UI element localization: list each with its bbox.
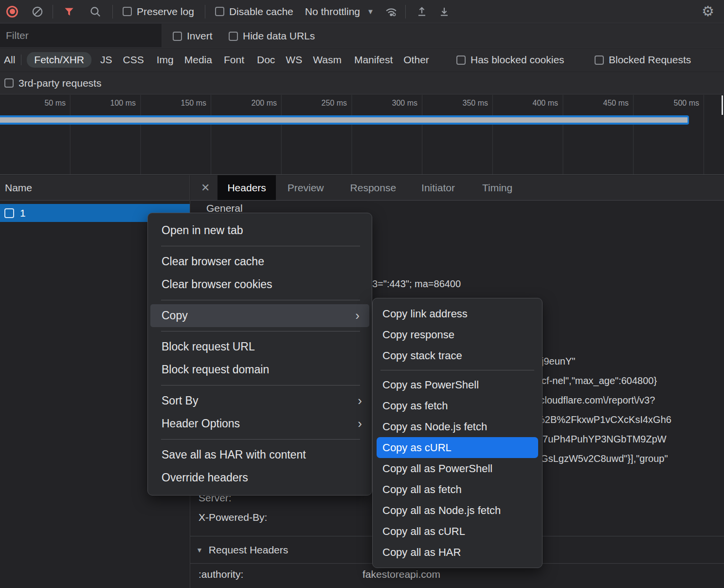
tab-headers[interactable]: Headers xyxy=(217,175,275,200)
details-tabs: ✕ Headers Preview Response Initiator Tim… xyxy=(190,175,724,201)
invert-label: Invert xyxy=(187,30,213,42)
filter-type-wasm[interactable]: Wasm xyxy=(313,54,342,66)
filter-type-media[interactable]: Media xyxy=(184,54,212,66)
devtools-network-panel: Preserve log Disable cache No throttling… xyxy=(0,0,724,588)
filter-type-all[interactable]: All xyxy=(4,54,15,66)
disable-cache-label: Disable cache xyxy=(229,6,293,18)
context-menu: Open in new tab Clear browser cache Clea… xyxy=(147,213,372,496)
submenu-item-copy-stack-trace[interactable]: Copy stack trace xyxy=(373,345,542,366)
submenu-item-copy-response[interactable]: Copy response xyxy=(373,324,542,345)
copy-submenu: Copy link address Copy response Copy sta… xyxy=(372,298,543,568)
x-powered-by-header-name: X-Powered-By: xyxy=(199,512,267,523)
submenu-item-copy-all-as-har[interactable]: Copy all as HAR xyxy=(373,542,542,563)
menu-item-save-all-as-har[interactable]: Save all as HAR with content xyxy=(148,443,372,466)
menu-item-override-headers[interactable]: Override headers xyxy=(148,466,372,489)
settings-button[interactable]: ⚙ xyxy=(699,2,717,21)
clear-button[interactable] xyxy=(28,2,47,21)
filter-type-font[interactable]: Font xyxy=(224,54,244,66)
submenu-item-copy-as-powershell[interactable]: Copy as PowerShell xyxy=(373,374,542,395)
tab-initiator[interactable]: Initiator xyxy=(412,175,465,200)
header-value-fragment: "cf-nel","max_age":604800} xyxy=(538,375,657,386)
import-har-button[interactable] xyxy=(413,2,431,21)
menu-item-header-options[interactable]: Header Options › xyxy=(148,412,372,435)
menu-item-sort-by-label: Sort By xyxy=(162,394,198,407)
export-har-button[interactable] xyxy=(435,2,453,21)
submenu-item-copy-link-address[interactable]: Copy link address xyxy=(373,303,542,324)
menu-item-clear-browser-cookies[interactable]: Clear browser cookies xyxy=(148,273,372,296)
requests-name-column-header[interactable]: Name xyxy=(0,175,190,201)
invert-toggle[interactable]: Invert xyxy=(173,30,213,42)
request-row-name: 1 xyxy=(20,207,26,219)
submenu-item-copy-all-as-nodejs-fetch[interactable]: Copy all as Node.js fetch xyxy=(373,500,542,521)
has-blocked-cookies-checkbox[interactable] xyxy=(456,55,466,65)
throttling-dropdown[interactable]: No throttling ▼ xyxy=(305,6,374,18)
submenu-item-copy-as-fetch[interactable]: Copy as fetch xyxy=(373,395,542,416)
filter-type-doc[interactable]: Doc xyxy=(257,54,275,66)
submenu-item-copy-all-as-curl[interactable]: Copy all as cURL xyxy=(373,521,542,542)
blocked-requests-toggle[interactable]: Blocked Requests xyxy=(595,54,691,66)
alt-svc-value-fragment: 3=":443"; ma=86400 xyxy=(372,278,461,290)
menu-item-sort-by[interactable]: Sort By › xyxy=(148,389,372,412)
hide-data-urls-checkbox[interactable] xyxy=(229,32,238,41)
menu-separator xyxy=(161,246,360,246)
disclosure-triangle-icon: ▼ xyxy=(196,546,203,554)
record-icon xyxy=(6,6,18,18)
menu-item-block-request-domain[interactable]: Block request domain xyxy=(148,358,372,381)
close-details-button[interactable]: ✕ xyxy=(190,175,217,200)
preserve-log-checkbox[interactable] xyxy=(123,7,132,16)
clear-icon xyxy=(31,5,44,18)
tab-timing[interactable]: Timing xyxy=(472,175,522,200)
menu-separator xyxy=(161,300,360,300)
gear-icon: ⚙ xyxy=(702,4,714,18)
record-button[interactable] xyxy=(3,2,21,21)
search-icon xyxy=(89,5,102,18)
ruler-tick: 100 ms xyxy=(68,99,136,108)
timeline-overview[interactable]: 50 ms 100 ms 150 ms 200 ms 250 ms 300 ms… xyxy=(0,95,724,175)
menu-item-block-request-url[interactable]: Block request URL xyxy=(148,335,372,358)
disable-cache-checkbox[interactable] xyxy=(215,7,224,16)
submenu-arrow-icon: › xyxy=(355,304,360,327)
throttling-value: No throttling xyxy=(305,6,360,18)
filter-type-js[interactable]: JS xyxy=(100,54,112,66)
blocked-requests-label: Blocked Requests xyxy=(609,54,691,66)
submenu-item-copy-all-as-powershell[interactable]: Copy all as PowerShell xyxy=(373,458,542,479)
ruler-tick: 450 ms xyxy=(561,99,629,108)
filter-input[interactable] xyxy=(0,24,162,47)
submenu-item-copy-all-as-fetch[interactable]: Copy all as fetch xyxy=(373,479,542,500)
network-conditions-button[interactable] xyxy=(382,2,400,21)
hide-data-urls-toggle[interactable]: Hide data URLs xyxy=(229,30,315,42)
has-blocked-cookies-toggle[interactable]: Has blocked cookies xyxy=(456,54,564,66)
menu-separator xyxy=(161,331,360,331)
menu-separator xyxy=(380,370,534,370)
menu-item-clear-browser-cache[interactable]: Clear browser cache xyxy=(148,250,372,273)
search-button[interactable] xyxy=(86,2,105,21)
preserve-log-toggle[interactable]: Preserve log xyxy=(123,6,194,18)
wifi-icon xyxy=(384,5,398,18)
filter-type-manifest[interactable]: Manifest xyxy=(354,54,393,66)
submenu-arrow-icon: › xyxy=(358,412,362,435)
submenu-item-copy-as-curl[interactable]: Copy as cURL xyxy=(377,437,538,458)
filter-type-ws[interactable]: WS xyxy=(286,54,302,66)
menu-item-open-in-new-tab[interactable]: Open in new tab xyxy=(148,219,372,242)
request-row-checkbox[interactable] xyxy=(4,208,14,218)
ruler-tick: 200 ms xyxy=(209,99,277,108)
menu-item-copy[interactable]: Copy › xyxy=(150,304,369,327)
divider xyxy=(112,5,113,18)
tab-response[interactable]: Response xyxy=(341,175,406,200)
filter-type-css[interactable]: CSS xyxy=(123,54,144,66)
filter-button[interactable] xyxy=(60,2,78,21)
overview-time-bar[interactable] xyxy=(0,115,689,125)
filter-type-fetch-xhr[interactable]: Fetch/XHR xyxy=(27,52,91,68)
filter-type-other[interactable]: Other xyxy=(403,54,429,66)
third-party-checkbox[interactable] xyxy=(4,78,14,88)
overview-scrubber-handle[interactable] xyxy=(722,95,723,115)
funnel-icon xyxy=(63,5,75,18)
invert-checkbox[interactable] xyxy=(173,32,182,41)
disable-cache-toggle[interactable]: Disable cache xyxy=(215,6,293,18)
filter-type-img[interactable]: Img xyxy=(157,54,174,66)
submenu-item-copy-as-nodejs-fetch[interactable]: Copy as Node.js fetch xyxy=(373,416,542,437)
tab-preview[interactable]: Preview xyxy=(278,175,334,200)
header-value-fragment: L7uPh4PuhYP3NGbTM9ZpW xyxy=(537,434,667,445)
third-party-toggle[interactable]: 3rd-party requests xyxy=(4,77,101,89)
blocked-requests-checkbox[interactable] xyxy=(595,55,604,65)
